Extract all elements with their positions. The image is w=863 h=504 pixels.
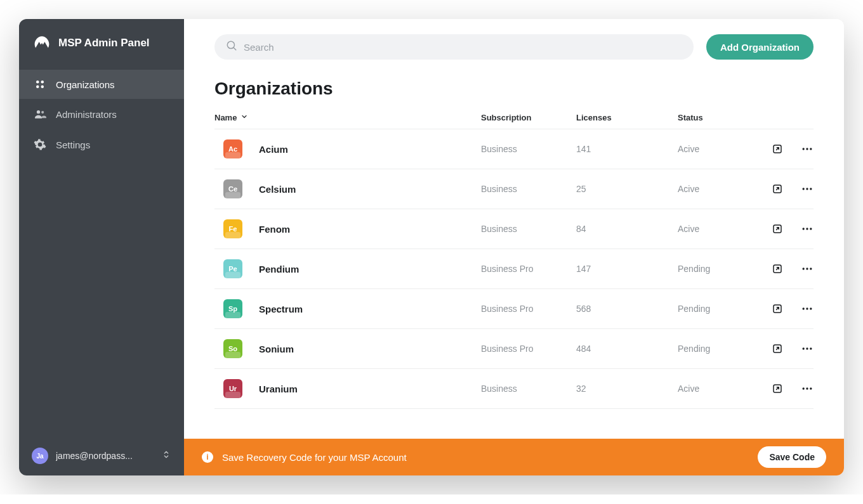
- search-wrap[interactable]: [214, 34, 694, 60]
- org-avatar: Ce: [223, 179, 242, 198]
- open-external-icon[interactable]: [772, 143, 783, 155]
- status-cell: Acive: [678, 384, 754, 394]
- svg-point-19: [803, 268, 805, 269]
- org-avatar: So: [223, 339, 242, 358]
- table-row[interactable]: AcAciumBusiness141Acive: [214, 129, 814, 169]
- sidebar-item-organizations[interactable]: Organizations: [19, 70, 184, 99]
- org-name: Pendium: [259, 264, 299, 275]
- open-external-icon[interactable]: [772, 183, 783, 195]
- organizations-icon: [33, 79, 47, 90]
- table-header: Name Subscription Licenses Status: [214, 107, 814, 129]
- svg-point-9: [810, 148, 812, 150]
- subscription-cell: Business: [481, 184, 576, 194]
- chevron-down-icon: [240, 113, 248, 122]
- svg-point-17: [810, 228, 812, 229]
- more-options-icon[interactable]: [801, 342, 814, 355]
- licenses-cell: 568: [576, 304, 678, 314]
- svg-point-23: [803, 307, 805, 309]
- svg-point-24: [806, 307, 808, 309]
- more-options-icon[interactable]: [801, 302, 814, 315]
- user-email: james@nordpass...: [56, 451, 154, 461]
- table-row[interactable]: UrUraniumBusiness32Acive: [214, 369, 814, 409]
- logo-area: MSP Admin Panel: [19, 19, 184, 67]
- svg-point-29: [810, 347, 812, 349]
- status-cell: Pending: [678, 304, 754, 314]
- more-options-icon[interactable]: [801, 262, 814, 275]
- svg-point-3: [41, 86, 44, 89]
- recovery-code-banner: i Save Recovery Code for your MSP Accoun…: [184, 439, 844, 475]
- svg-point-7: [803, 148, 805, 150]
- status-cell: Acive: [678, 184, 754, 194]
- org-name: Sonium: [259, 344, 294, 354]
- save-code-button[interactable]: Save Code: [758, 446, 826, 468]
- licenses-cell: 147: [576, 264, 678, 274]
- status-cell: Acive: [678, 144, 754, 154]
- expand-collapse-icon[interactable]: [161, 449, 171, 462]
- subscription-cell: Business: [481, 224, 576, 234]
- licenses-cell: 32: [576, 384, 678, 394]
- table-row[interactable]: SoSoniumBusiness Pro484Pending: [214, 329, 814, 369]
- search-icon: [226, 40, 237, 54]
- svg-point-8: [806, 148, 808, 150]
- svg-point-25: [810, 307, 812, 309]
- org-name: Spectrum: [259, 304, 303, 314]
- table-row[interactable]: SpSpectrumBusiness Pro568Pending: [214, 289, 814, 329]
- column-status[interactable]: Status: [678, 113, 754, 122]
- open-external-icon[interactable]: [772, 223, 783, 235]
- open-external-icon[interactable]: [772, 262, 783, 275]
- sidebar-item-label: Organizations: [56, 79, 115, 90]
- svg-point-1: [41, 81, 44, 84]
- status-cell: Pending: [678, 264, 754, 274]
- svg-point-28: [806, 347, 808, 349]
- app-title: MSP Admin Panel: [58, 37, 150, 49]
- svg-point-33: [810, 387, 812, 389]
- search-input[interactable]: [244, 42, 682, 53]
- svg-point-12: [806, 188, 808, 190]
- app-logo-icon: [33, 34, 51, 52]
- svg-point-21: [810, 268, 812, 269]
- open-external-icon[interactable]: [772, 382, 783, 395]
- more-options-icon[interactable]: [801, 143, 814, 155]
- org-avatar: Ur: [223, 379, 242, 398]
- add-organization-button[interactable]: Add Organization: [706, 34, 814, 60]
- org-name: Acium: [259, 144, 288, 155]
- subscription-cell: Business: [481, 384, 576, 394]
- svg-point-27: [803, 347, 805, 349]
- organizations-table: Name Subscription Licenses Status AcAciu…: [184, 107, 844, 439]
- sidebar: MSP Admin Panel Organizations Administra…: [19, 19, 184, 475]
- topbar: Add Organization: [184, 19, 844, 67]
- subscription-cell: Business Pro: [481, 304, 576, 314]
- sidebar-item-settings[interactable]: Settings: [19, 129, 184, 160]
- open-external-icon[interactable]: [772, 302, 783, 315]
- user-account-switcher[interactable]: Ja james@nordpass...: [19, 436, 184, 475]
- column-name-sort[interactable]: Name: [214, 113, 481, 122]
- status-cell: Acive: [678, 224, 754, 234]
- table-row[interactable]: FeFenomBusiness84Acive: [214, 209, 814, 249]
- sidebar-item-administrators[interactable]: Administrators: [19, 99, 184, 129]
- avatar: Ja: [32, 448, 48, 464]
- more-options-icon[interactable]: [801, 183, 814, 195]
- sidebar-item-label: Administrators: [56, 109, 117, 120]
- subscription-cell: Business Pro: [481, 264, 576, 274]
- subscription-cell: Business Pro: [481, 344, 576, 354]
- column-licenses[interactable]: Licenses: [576, 113, 678, 122]
- gear-icon: [33, 138, 47, 151]
- svg-point-0: [36, 81, 39, 84]
- svg-point-15: [803, 228, 805, 229]
- open-external-icon[interactable]: [772, 342, 783, 355]
- subscription-cell: Business: [481, 144, 576, 154]
- administrators-icon: [33, 108, 47, 120]
- column-subscription[interactable]: Subscription: [481, 113, 576, 122]
- table-row[interactable]: PePendiumBusiness Pro147Pending: [214, 249, 814, 289]
- more-options-icon[interactable]: [801, 382, 814, 395]
- more-options-icon[interactable]: [801, 223, 814, 235]
- svg-point-32: [806, 387, 808, 389]
- svg-point-2: [36, 86, 39, 89]
- svg-point-11: [803, 188, 805, 190]
- svg-point-5: [41, 111, 44, 113]
- table-row[interactable]: CeCelsiumBusiness25Acive: [214, 169, 814, 209]
- main-content: Add Organization Organizations Name Subs…: [184, 19, 844, 475]
- licenses-cell: 25: [576, 184, 678, 194]
- svg-point-16: [806, 228, 808, 229]
- org-avatar: Ac: [223, 139, 242, 158]
